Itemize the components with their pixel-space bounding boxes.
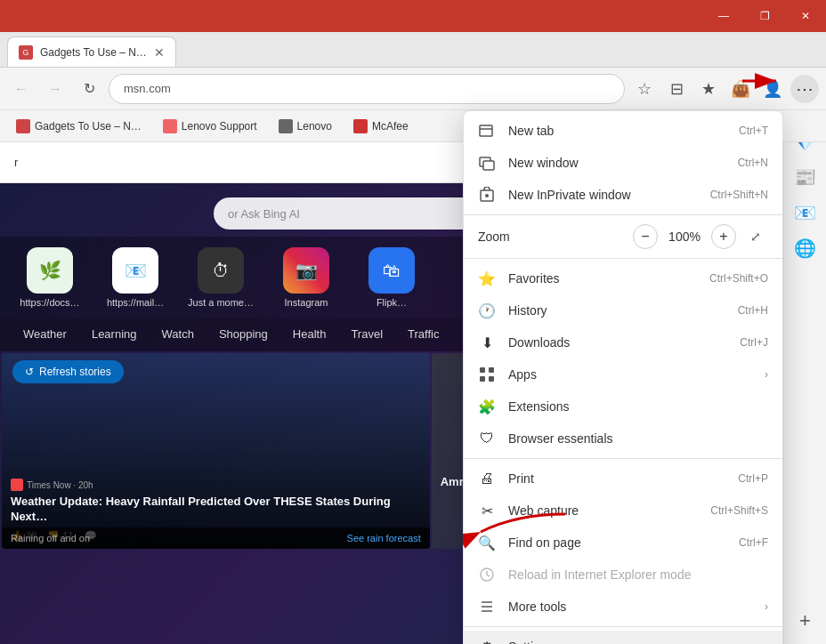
fav-item-mcafee[interactable]: McAfee <box>348 117 414 136</box>
svg-rect-10 <box>480 376 485 382</box>
menu-item-print[interactable]: 🖨 Print Ctrl+P <box>464 463 782 495</box>
tab-learning[interactable]: Learning <box>79 318 150 351</box>
svg-rect-11 <box>489 376 494 382</box>
collections-icon[interactable]: ★ <box>694 75 723 103</box>
menu-item-extensions[interactable]: 🧩 Extensions <box>464 390 782 423</box>
menu-item-new-inprivate[interactable]: New InPrivate window Ctrl+Shift+N <box>464 179 782 211</box>
tab-favicon: G <box>19 45 33 60</box>
quick-link-icon-instagram: 📷 <box>283 247 329 294</box>
toolbar-icons: ☆ ⊟ ★ 👜 👤 ⋯ <box>630 75 819 103</box>
fav-item-lenovo[interactable]: Lenovo <box>273 117 337 136</box>
favorites-icon[interactable]: ☆ <box>630 75 659 103</box>
fav-label-lenovo: Lenovo <box>297 120 332 133</box>
fav-label-mcafee: McAfee <box>372 120 409 133</box>
back-button[interactable]: ← <box>7 75 36 103</box>
tab-traffic[interactable]: Traffic <box>395 318 451 351</box>
more-tools-icon <box>478 598 496 616</box>
web-capture-label: Web capture <box>508 503 698 518</box>
rain-banner: Raining off and on See rain forecast <box>2 527 430 549</box>
sep-1 <box>464 214 782 215</box>
menu-item-settings[interactable]: ⚙ Settings <box>464 631 782 644</box>
news-sidebar-icon[interactable]: 📰 <box>790 161 822 193</box>
news-card-weather[interactable]: Times Now · 20h Weather Update: Heavy Ra… <box>2 353 430 549</box>
see-rain-button[interactable]: See rain forecast <box>347 533 421 543</box>
split-screen-icon[interactable]: ⊟ <box>662 75 691 103</box>
quick-link-icon-splash: 🌿 <box>27 247 73 294</box>
translate-sidebar-icon[interactable]: 🌐 <box>790 232 822 264</box>
forward-button[interactable]: → <box>41 75 69 103</box>
print-menu-icon: 🖨 <box>478 470 496 487</box>
fav-item-gadgets[interactable]: Gadgets To Use – N… <box>11 117 147 136</box>
fav-icon-lenovo-support <box>163 119 177 133</box>
menu-item-reload-ie: Reload in Internet Explorer mode <box>464 559 782 591</box>
favorites-shortcut: Ctrl+Shift+O <box>709 272 768 285</box>
news-source-1: Times Now · 20h <box>11 479 421 491</box>
restore-button[interactable]: ❐ <box>744 0 785 32</box>
minimize-button[interactable]: — <box>703 0 744 32</box>
active-tab[interactable]: G Gadgets To Use – N… ✕ <box>7 36 176 67</box>
zoom-minus-button[interactable]: − <box>633 224 658 249</box>
wallet-icon[interactable]: 👜 <box>726 75 755 103</box>
tab-shopping[interactable]: Shopping <box>206 318 280 351</box>
menu-item-new-tab[interactable]: New tab Ctrl+T <box>464 115 782 147</box>
refresh-button[interactable]: ↻ <box>75 75 103 103</box>
tab-weather[interactable]: Weather <box>11 318 79 351</box>
close-button[interactable]: ✕ <box>785 0 826 32</box>
downloads-menu-icon: ⬇ <box>478 334 496 351</box>
news-title-1: Weather Update: Heavy Rainfall Predicted… <box>11 495 421 525</box>
new-tab-shortcut: Ctrl+T <box>739 125 768 137</box>
zoom-expand-button[interactable]: ⤢ <box>743 224 768 249</box>
apps-menu-icon <box>478 366 496 383</box>
quick-link-mail[interactable]: 📧 https://mail… <box>100 247 171 308</box>
svg-point-7 <box>485 194 489 197</box>
menu-item-more-tools[interactable]: More tools › <box>464 591 782 623</box>
search-placeholder: or Ask Bing AI <box>228 207 300 221</box>
inprivate-icon <box>478 186 496 204</box>
quick-link-instagram[interactable]: 📷 Instagram <box>271 247 342 308</box>
tab-health[interactable]: Health <box>280 318 339 351</box>
svg-rect-8 <box>480 367 485 373</box>
tab-close-button[interactable]: ✕ <box>154 45 165 60</box>
menu-item-new-window[interactable]: New window Ctrl+N <box>464 147 782 179</box>
tab-watch[interactable]: Watch <box>150 318 206 351</box>
menu-button[interactable]: ⋯ <box>790 75 819 103</box>
quick-link-label-moment: Just a mome… <box>188 297 254 308</box>
svg-rect-5 <box>483 161 494 170</box>
tab-travel[interactable]: Travel <box>338 318 395 351</box>
quick-link-flipkart[interactable]: 🛍 Flipk… <box>356 247 427 308</box>
quick-link-icon-flipkart: 🛍 <box>368 247 415 294</box>
downloads-label: Downloads <box>508 335 727 350</box>
window-controls: — ❐ ✕ <box>703 0 826 32</box>
outlook-sidebar-icon[interactable]: 📧 <box>790 197 822 229</box>
profile-icon[interactable]: 👤 <box>758 75 787 103</box>
rain-label: Raining off and on <box>11 533 90 543</box>
new-tab-icon <box>478 122 496 140</box>
quick-link-moment[interactable]: ⏱ Just a mome… <box>185 247 256 308</box>
fav-item-lenovo-support[interactable]: Lenovo Support <box>158 117 263 136</box>
new-window-icon <box>478 154 496 172</box>
menu-item-browser-essentials[interactable]: 🛡 Browser essentials <box>464 423 782 455</box>
menu-item-downloads[interactable]: ⬇ Downloads Ctrl+J <box>464 326 782 358</box>
print-shortcut: Ctrl+P <box>738 472 768 485</box>
menu-item-history[interactable]: 🕐 History Ctrl+H <box>464 294 782 326</box>
find-on-page-icon: 🔍 <box>478 534 496 551</box>
sep-4 <box>464 626 782 627</box>
find-on-page-shortcut: Ctrl+F <box>739 536 768 549</box>
tab-bar: G Gadgets To Use – N… ✕ <box>0 32 826 68</box>
menu-item-apps[interactable]: Apps › <box>464 358 782 390</box>
fav-icon-lenovo <box>279 119 293 133</box>
refresh-stories-button[interactable]: ↺ Refresh stories <box>12 360 124 383</box>
menu-item-web-capture[interactable]: ✂ Web capture Ctrl+Shift+S <box>464 495 782 527</box>
menu-item-find-on-page[interactable]: 🔍 Find on page Ctrl+F <box>464 527 782 559</box>
quick-link-icon-moment: ⏱ <box>198 247 244 294</box>
address-text: msn.com <box>124 82 610 95</box>
zoom-label: Zoom <box>478 229 626 244</box>
menu-item-favorites[interactable]: ⭐ Favorites Ctrl+Shift+O <box>464 262 782 294</box>
add-sidebar-icon[interactable]: + <box>790 605 822 637</box>
quick-link-splash[interactable]: 🌿 https://docs… <box>14 247 85 308</box>
quick-link-icon-mail: 📧 <box>112 247 158 294</box>
zoom-plus-button[interactable]: + <box>711 224 736 249</box>
browser-essentials-icon: 🛡 <box>478 430 496 447</box>
refresh-icon: ↺ <box>25 366 34 378</box>
address-input[interactable]: msn.com <box>109 74 625 104</box>
